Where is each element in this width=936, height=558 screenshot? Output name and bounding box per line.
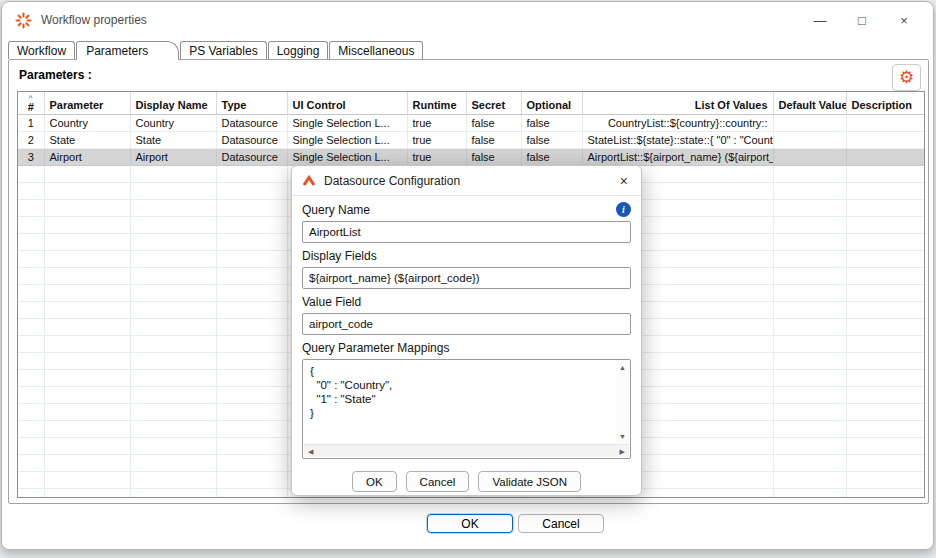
table-cell <box>18 352 44 369</box>
cancel-button[interactable]: Cancel <box>518 514 604 533</box>
workflow-properties-window: Workflow properties — □ × Workflow Param… <box>1 1 934 550</box>
table-row[interactable]: 2StateStateDatasourceSingle Selection L.… <box>18 131 925 148</box>
column-header[interactable]: Parameter <box>44 92 130 114</box>
table-cell <box>216 454 287 471</box>
table-cell <box>216 199 287 216</box>
table-cell <box>130 216 216 233</box>
settings-button[interactable]: ⚙ <box>892 64 921 91</box>
table-cell <box>773 233 846 250</box>
table-cell <box>44 216 130 233</box>
table-cell <box>773 199 846 216</box>
query-parameter-mappings-editor[interactable]: { "0" : "Country", "1" : "State" } ▲ ▼ ◀… <box>302 359 631 459</box>
table-cell <box>44 318 130 335</box>
info-icon[interactable]: i <box>616 202 631 217</box>
scroll-left-icon[interactable]: ◀ <box>308 448 313 455</box>
column-header[interactable]: Optional <box>521 92 582 114</box>
table-cell <box>44 335 130 352</box>
dialog-cancel-button[interactable]: Cancel <box>406 471 470 492</box>
datasource-configuration-dialog: Datasource Configuration × Query Name i … <box>291 165 642 496</box>
table-header-row: ^#ParameterDisplay NameTypeUI ControlRun… <box>18 92 925 114</box>
table-cell <box>44 471 130 488</box>
table-cell <box>846 182 925 199</box>
table-cell <box>130 420 216 437</box>
table-cell <box>216 403 287 420</box>
table-cell <box>846 369 925 386</box>
table-cell <box>18 437 44 454</box>
table-cell: false <box>466 131 521 148</box>
display-fields-field[interactable] <box>302 267 631 289</box>
table-cell <box>846 301 925 318</box>
column-header[interactable]: Display Name <box>130 92 216 114</box>
table-cell: AirportList::${airport_name} (${airport_… <box>582 148 773 165</box>
table-cell: Single Selection L... <box>287 131 407 148</box>
table-cell: 2 <box>18 131 44 148</box>
table-cell: StateList::${state}::state::{ "0" : "Cou… <box>582 131 773 148</box>
table-cell <box>216 335 287 352</box>
column-header[interactable]: Type <box>216 92 287 114</box>
tab-ps-variables[interactable]: PS Variables <box>180 41 266 59</box>
table-cell <box>846 488 925 498</box>
scroll-up-icon[interactable]: ▲ <box>619 364 626 371</box>
tab-logging[interactable]: Logging <box>268 41 329 59</box>
table-cell <box>44 420 130 437</box>
column-header[interactable]: List Of Values <box>582 92 773 114</box>
column-header[interactable]: Default Value <box>773 92 846 114</box>
table-cell <box>846 267 925 284</box>
table-cell <box>18 403 44 420</box>
value-field-field[interactable] <box>302 313 631 335</box>
table-cell: Single Selection L... <box>287 114 407 131</box>
column-header[interactable]: ^# <box>18 92 44 114</box>
table-cell: Single Selection L... <box>287 148 407 165</box>
table-cell: Datasource <box>216 131 287 148</box>
table-cell <box>130 267 216 284</box>
tab-workflow[interactable]: Workflow <box>8 41 75 59</box>
dialog-ok-button[interactable]: OK <box>352 471 397 492</box>
table-cell: true <box>407 148 466 165</box>
table-cell <box>846 148 925 165</box>
table-cell <box>216 284 287 301</box>
scroll-right-icon[interactable]: ▶ <box>620 448 625 455</box>
validate-json-button[interactable]: Validate JSON <box>478 471 581 492</box>
horizontal-scrollbar[interactable]: ◀ ▶ <box>304 444 629 457</box>
table-cell <box>216 471 287 488</box>
table-cell <box>773 216 846 233</box>
column-header[interactable]: Runtime <box>407 92 466 114</box>
column-header[interactable]: Secret <box>466 92 521 114</box>
table-cell <box>130 403 216 420</box>
tab-parameters[interactable]: Parameters <box>76 41 179 60</box>
dialog-title-bar: Datasource Configuration × <box>292 166 641 196</box>
close-button[interactable]: × <box>883 5 925 35</box>
table-cell <box>130 318 216 335</box>
table-cell <box>216 420 287 437</box>
table-cell <box>18 335 44 352</box>
column-header[interactable]: UI Control <box>287 92 407 114</box>
table-cell <box>18 488 44 498</box>
table-cell <box>216 182 287 199</box>
window-title: Workflow properties <box>41 13 147 27</box>
query-name-label: Query Name <box>302 203 370 217</box>
query-name-field[interactable] <box>302 221 631 243</box>
maximize-button[interactable]: □ <box>841 5 883 35</box>
scroll-down-icon[interactable]: ▼ <box>619 433 626 440</box>
table-cell <box>44 437 130 454</box>
table-cell <box>18 301 44 318</box>
minimize-button[interactable]: — <box>799 5 841 35</box>
table-cell: Country <box>44 114 130 131</box>
ok-button[interactable]: OK <box>427 514 513 533</box>
table-cell <box>216 301 287 318</box>
table-cell <box>846 114 925 131</box>
column-header[interactable]: Description <box>846 92 925 114</box>
table-cell <box>773 250 846 267</box>
table-row[interactable]: 3AirportAirportDatasourceSingle Selectio… <box>18 148 925 165</box>
table-cell <box>846 216 925 233</box>
table-row[interactable]: 1CountryCountryDatasourceSingle Selectio… <box>18 114 925 131</box>
dialog-close-icon[interactable]: × <box>617 174 631 188</box>
vertical-scrollbar[interactable]: ▲ ▼ <box>616 361 629 443</box>
table-cell <box>44 369 130 386</box>
tab-miscellaneous[interactable]: Miscellaneous <box>329 41 423 59</box>
table-cell <box>216 386 287 403</box>
table-cell <box>18 182 44 199</box>
table-cell <box>773 148 846 165</box>
table-cell <box>44 250 130 267</box>
table-cell <box>130 182 216 199</box>
